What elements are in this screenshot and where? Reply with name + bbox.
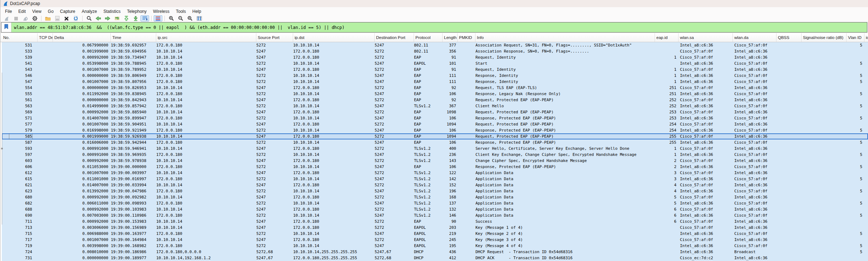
- menu-wireless[interactable]: Wireless: [150, 8, 173, 15]
- menu-statistics[interactable]: Statistics: [100, 8, 124, 15]
- packet-row-571[interactable]: 5710.01400700019:38:59.899947172.0.0.180…: [2, 115, 868, 121]
- packet-row-543[interactable]: 5430.00100700019:38:59.78995210.10.10.14…: [2, 67, 868, 73]
- menu-telephony[interactable]: Telephony: [124, 8, 150, 15]
- column-header-length[interactable]: Length: [443, 33, 458, 42]
- cell-delta: 0.011053000: [53, 164, 111, 170]
- column-header-info[interactable]: Info: [475, 33, 655, 42]
- reload-file-button[interactable]: [71, 15, 80, 21]
- cell-src_port: 5272: [256, 115, 293, 121]
- cell-ip_dst: 10.10.10.14: [293, 127, 375, 133]
- packet-row-612[interactable]: 6120.00100700019:39:00.00399710.10.10.14…: [2, 170, 868, 176]
- column-header-ip_dst[interactable]: ip.dst: [293, 33, 375, 42]
- packet-row-719[interactable]: 7190.00399800019:39:00.168982172.0.0.180…: [2, 243, 868, 249]
- column-header-no[interactable]: No.: [2, 33, 38, 42]
- packet-row-623[interactable]: 6230.01399200019:39:00.047986172.0.0.180…: [2, 188, 868, 194]
- column-header-pmkid[interactable]: PMKID: [458, 33, 475, 42]
- zoom-in-button[interactable]: [167, 15, 176, 21]
- menu-view[interactable]: View: [29, 8, 45, 15]
- find-packet-button[interactable]: [85, 15, 93, 21]
- resize-columns-button[interactable]: [195, 15, 203, 21]
- packet-row-533[interactable]: 5330.00199900019:38:59.69495610.10.10.14…: [2, 48, 868, 54]
- column-header-dst_port[interactable]: Destination Port: [375, 33, 414, 42]
- packet-row-621[interactable]: 6210.01400700019:39:00.03399410.10.10.14…: [2, 182, 868, 188]
- cell-dst_port: 5247: [375, 164, 414, 170]
- menu-help[interactable]: Help: [189, 8, 204, 15]
- packet-row-563[interactable]: 5630.01499900019:38:59.857942172.0.0.180…: [2, 103, 868, 109]
- go-back-button[interactable]: [94, 15, 103, 21]
- packet-row-688[interactable]: 6880.00099200019:39:00.10398310.10.10.14…: [2, 206, 868, 212]
- menu-edit[interactable]: Edit: [15, 8, 29, 15]
- packet-row-603[interactable]: 6030.00099200019:38:59.97893810.10.10.14…: [2, 158, 868, 164]
- packet-row-569[interactable]: 5690.00099200019:38:59.88594010.10.10.14…: [2, 109, 868, 115]
- packet-row-561[interactable]: 5610.00000000019:38:59.84294310.10.10.14…: [2, 97, 868, 103]
- packet-row-593[interactable]: 5930.00099100019:38:59.94694110.10.10.14…: [2, 146, 868, 152]
- cell-signal_noise: [802, 97, 847, 103]
- packet-row-715[interactable]: 7150.00698800019:39:00.163977172.0.0.180…: [2, 231, 868, 237]
- column-header-delta[interactable]: Delta: [53, 33, 111, 42]
- column-header-vlan_id[interactable]: Vlan ID: [847, 33, 864, 42]
- go-last-packet-button[interactable]: [131, 15, 140, 21]
- display-filter-input[interactable]: wlan.addr == 48:51:b7:a8:c6:36 && ((wlan…: [11, 23, 867, 32]
- column-header-ip_src[interactable]: ip.src: [156, 33, 256, 42]
- column-header-wlan_da[interactable]: wlan.da: [733, 33, 776, 42]
- stop-capture-icon: [14, 16, 18, 21]
- packet-row-724[interactable]: 7240.00801000019:39:00.186986172.0.0.180…: [2, 249, 868, 255]
- cell-no: 690: [2, 212, 38, 218]
- menu-analyze[interactable]: Analyze: [79, 8, 100, 15]
- packet-row-731[interactable]: 7310.00000000019:39:00.18997710.10.10.14…: [2, 255, 868, 261]
- zoom-out-button[interactable]: [176, 15, 185, 21]
- cell-ip_dst: 10.10.10.14: [293, 139, 375, 146]
- zoom-original-button[interactable]: [186, 15, 194, 21]
- column-header-time[interactable]: Time: [111, 33, 156, 42]
- column-header-src_port[interactable]: Source Port: [256, 33, 293, 42]
- cell-time: 19:39:00.189977: [111, 255, 156, 261]
- cell-wlan_sa: Intel_a8:c6:36: [679, 152, 733, 158]
- packet-row-615[interactable]: 6150.01100100019:39:00.016997172.0.0.180…: [2, 176, 868, 182]
- filter-bookmark-button[interactable]: [1, 23, 11, 32]
- packet-row-554[interactable]: 5540.00000000019:38:59.82695310.10.10.14…: [2, 85, 868, 91]
- packet-row-555[interactable]: 5550.01199200019:38:59.838945172.0.0.180…: [2, 91, 868, 97]
- column-header-tcp_delta[interactable]: TCP Del: [38, 33, 53, 42]
- packet-row-717[interactable]: 7170.00100700019:39:00.16498410.10.10.14…: [2, 237, 868, 243]
- packet-row-531[interactable]: 5310.06799000019:38:59.692957172.0.0.180…: [2, 42, 868, 48]
- cell-ic: [864, 121, 868, 127]
- auto-scroll-button[interactable]: [140, 15, 149, 21]
- packet-row-579[interactable]: 5790.01699800019:38:59.921949172.0.0.180…: [2, 127, 868, 133]
- packet-row-587[interactable]: 5870.01600600019:38:59.942944172.0.0.180…: [2, 139, 868, 146]
- open-file-button[interactable]: [44, 15, 52, 21]
- go-first-packet-button[interactable]: [122, 15, 130, 21]
- column-header-ic[interactable]: ic: [864, 33, 868, 42]
- cell-ip_src: 10.10.10.14: [156, 133, 256, 139]
- packet-row-711[interactable]: 7110.00099200019:39:00.15398310.10.10.14…: [2, 218, 868, 225]
- go-forward-button[interactable]: [103, 15, 112, 21]
- capture-options-button[interactable]: [30, 15, 39, 21]
- colorize-button[interactable]: [154, 15, 162, 21]
- packet-row-546[interactable]: 5460.00000000019:38:59.806949172.0.0.180…: [2, 73, 868, 79]
- go-to-packet-button[interactable]: [113, 15, 121, 21]
- column-header-qbss[interactable]: QBSS: [776, 33, 802, 42]
- packet-row-682[interactable]: 6820.00601100019:39:00.098993172.0.0.180…: [2, 200, 868, 206]
- packet-row-713[interactable]: 7130.00300600019:39:00.15698910.10.10.14…: [2, 225, 868, 231]
- cell-delta: 0.014007000: [53, 182, 111, 188]
- menu-file[interactable]: File: [2, 8, 15, 15]
- packet-row-577[interactable]: 5770.00100700019:38:59.90495110.10.10.14…: [2, 121, 868, 127]
- packet-row-585[interactable]: 5850.00199900019:38:59.92693810.10.10.14…: [2, 133, 868, 139]
- column-header-protocol[interactable]: Protocol: [414, 33, 443, 42]
- cell-length: 1098: [443, 109, 458, 115]
- close-file-button[interactable]: [62, 15, 71, 21]
- menu-go[interactable]: Go: [45, 8, 57, 15]
- column-header-eap_id[interactable]: eap.id: [655, 33, 679, 42]
- menu-capture[interactable]: Capture: [57, 8, 79, 15]
- packet-row-541[interactable]: 5410.05399800019:38:59.788945172.0.0.180…: [2, 60, 868, 67]
- column-header-wlan_sa[interactable]: wlan.sa: [679, 33, 733, 42]
- packet-row-606[interactable]: 6060.01105300019:39:00.000000172.0.0.180…: [2, 164, 868, 170]
- packet-row-597[interactable]: 5970.00099100019:38:59.969935172.0.0.180…: [2, 152, 868, 158]
- packet-row-547[interactable]: 5470.00100700019:38:59.807956172.0.0.180…: [2, 79, 868, 85]
- menu-tools[interactable]: Tools: [173, 8, 189, 15]
- cell-tcp_delta: [38, 48, 53, 54]
- packet-row-680[interactable]: 6800.00099200019:39:00.09298210.10.10.14…: [2, 194, 868, 200]
- column-header-signal_noise[interactable]: Signal/noise ratio (dB): [802, 33, 847, 42]
- packet-row-539[interactable]: 5390.00099200019:38:59.73494710.10.10.14…: [2, 54, 868, 60]
- cell-pmkid: [458, 91, 475, 97]
- packet-row-690[interactable]: 6900.00700300019:39:00.110986172.0.0.180…: [2, 212, 868, 218]
